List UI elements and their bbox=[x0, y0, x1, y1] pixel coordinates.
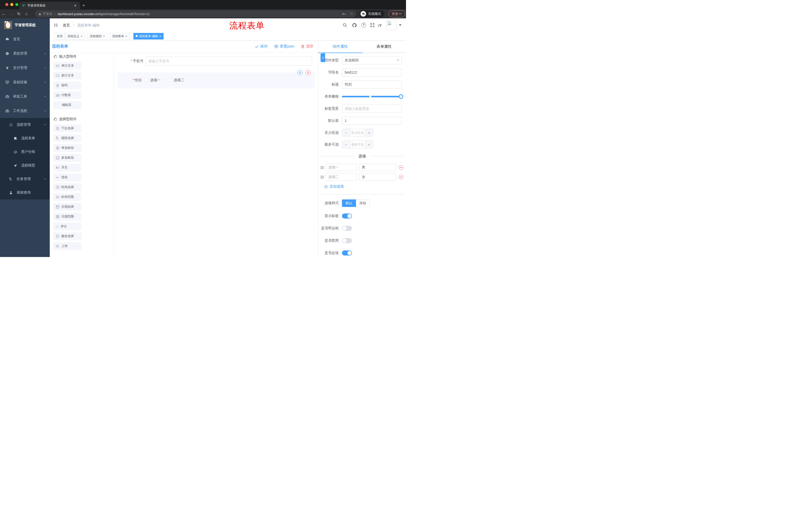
sidebar-item-process-form[interactable]: 流程表单 bbox=[0, 132, 50, 145]
back-icon[interactable]: ← bbox=[0, 11, 7, 16]
gender-option-1[interactable]: 选项一 bbox=[144, 78, 161, 82]
sidebar-item-infrastructure[interactable]: 基础设施 bbox=[0, 75, 50, 89]
sidebar-toggle-icon[interactable] bbox=[54, 23, 58, 27]
component-item[interactable]: 单选框组 bbox=[53, 144, 81, 152]
close-icon[interactable]: ✕ bbox=[103, 35, 105, 38]
gender-option-2[interactable]: 选项二 bbox=[168, 78, 184, 82]
sidebar-item-workflow[interactable]: 工作流程 bbox=[0, 104, 50, 118]
tab-component-props[interactable]: 组件属性 bbox=[318, 40, 362, 53]
password-key-icon[interactable] bbox=[342, 12, 346, 16]
remove-option-button[interactable] bbox=[399, 175, 403, 179]
clear-button[interactable]: 清空 bbox=[301, 44, 314, 49]
new-tab-button[interactable]: + bbox=[82, 2, 85, 9]
component-item[interactable]: 开关 bbox=[53, 164, 81, 171]
update-button[interactable]: 更新 ⋮ bbox=[388, 10, 405, 17]
drag-handle-icon[interactable] bbox=[320, 175, 324, 179]
border-toggle[interactable] bbox=[342, 226, 352, 231]
link-tag-button[interactable] bbox=[321, 53, 325, 62]
tag-process-model[interactable]: 流程模型✕ bbox=[87, 33, 107, 39]
delete-field-button[interactable] bbox=[306, 70, 311, 75]
reload-icon[interactable]: ↻ bbox=[15, 11, 23, 17]
avatar-dropdown-caret[interactable] bbox=[399, 24, 402, 26]
sidebar-logo[interactable]: 芋道管理系统 bbox=[0, 18, 50, 32]
breadcrumb-home[interactable]: 首页 bbox=[63, 23, 70, 27]
tag-process-definition[interactable]: 流程定义✕ bbox=[65, 33, 85, 39]
zoom-window-button[interactable] bbox=[15, 3, 18, 6]
home-icon[interactable]: ⌂ bbox=[23, 11, 30, 16]
sidebar-item-payment[interactable]: ¥ 支付管理 bbox=[0, 61, 50, 75]
sidebar-item-process-model[interactable]: 流程模型 bbox=[0, 159, 50, 172]
option-value-input[interactable] bbox=[359, 164, 396, 171]
sidebar-item-task-management[interactable]: 任务管理 bbox=[0, 172, 50, 186]
add-option-button[interactable]: 添加选项 bbox=[324, 184, 406, 189]
close-window-button[interactable] bbox=[5, 3, 8, 6]
close-icon[interactable]: ✕ bbox=[159, 35, 161, 38]
phone-field-input[interactable] bbox=[145, 57, 312, 65]
component-item[interactable]: ☆ 评分 bbox=[53, 222, 81, 231]
style-button-button[interactable]: 按钮 bbox=[356, 199, 370, 207]
max-select-input[interactable] bbox=[350, 141, 365, 148]
tag-home[interactable]: 首页 bbox=[55, 33, 65, 39]
increase-button[interactable]: + bbox=[365, 129, 373, 136]
browser-tab[interactable]: 芋道管理系统 ✕ bbox=[19, 2, 80, 9]
component-item[interactable]: 多行文本 bbox=[53, 72, 81, 79]
close-icon[interactable]: ✕ bbox=[125, 35, 127, 38]
checkbox-icon[interactable] bbox=[144, 78, 148, 82]
option-label-input[interactable] bbox=[326, 164, 357, 171]
component-item[interactable]: 时间范围 bbox=[53, 193, 81, 201]
default-value-input[interactable] bbox=[342, 117, 402, 125]
option-label-input[interactable] bbox=[326, 173, 357, 181]
component-item[interactable]: 滑块 bbox=[53, 173, 81, 181]
phone-field-row[interactable]: 手机号 bbox=[129, 57, 312, 65]
fullscreen-icon[interactable] bbox=[370, 23, 375, 27]
sidebar-item-leave-query[interactable]: 请假查询 bbox=[0, 186, 50, 199]
component-item[interactable]: 单行文本 bbox=[53, 62, 81, 70]
font-size-icon[interactable]: TT bbox=[378, 23, 382, 28]
bookmark-star-icon[interactable]: ☆ bbox=[350, 11, 353, 16]
checkbox-icon[interactable] bbox=[168, 78, 172, 82]
component-item[interactable]: 颜色选择 bbox=[53, 232, 81, 240]
form-canvas[interactable]: 手机号 性别 选项一 选项二 bbox=[114, 53, 318, 257]
avatar[interactable] bbox=[386, 20, 397, 30]
increase-button[interactable]: + bbox=[365, 141, 373, 148]
tab-close-icon[interactable]: ✕ bbox=[73, 4, 78, 7]
field-name-input[interactable] bbox=[342, 69, 402, 77]
disabled-toggle[interactable] bbox=[342, 238, 352, 243]
component-item[interactable]: 时间选择 bbox=[53, 183, 81, 191]
save-button[interactable]: 保存 bbox=[255, 44, 267, 49]
sidebar-item-user-group[interactable]: 用户分组 bbox=[0, 145, 50, 159]
component-item[interactable]: 日期选择 bbox=[53, 203, 81, 211]
component-item[interactable]: 123 计数器 bbox=[53, 91, 81, 99]
tag-process-form-edit[interactable]: 流程表单-编辑✕ bbox=[134, 33, 164, 39]
copy-field-button[interactable] bbox=[297, 70, 303, 75]
title-input[interactable] bbox=[342, 80, 402, 88]
toolbar-caret-icon[interactable] bbox=[399, 13, 401, 15]
component-item[interactable]: 密码 bbox=[53, 81, 81, 89]
tag-process-form[interactable]: 流程表单✕ bbox=[110, 33, 129, 39]
label-width-input[interactable] bbox=[342, 105, 402, 113]
github-icon[interactable] bbox=[352, 23, 357, 28]
gender-field-row[interactable]: 性别 选项一 选项二 bbox=[133, 78, 192, 82]
sidebar-item-home[interactable]: 首页 bbox=[0, 32, 50, 46]
url-text[interactable]: dashboard.yudao.iocoder.cn/bpm/manager/f… bbox=[58, 12, 342, 16]
component-item[interactable]: 下拉选择 bbox=[53, 125, 81, 132]
address-bar[interactable]: 不安全 dashboard.yudao.iocoder.cn/bpm/manag… bbox=[35, 10, 356, 17]
style-default-button[interactable]: 默认 bbox=[342, 199, 356, 207]
required-toggle[interactable] bbox=[342, 250, 352, 255]
component-type-select[interactable] bbox=[342, 56, 402, 64]
decrease-button[interactable]: − bbox=[342, 129, 350, 136]
view-json-button[interactable]: 查看json bbox=[274, 44, 294, 49]
component-item[interactable]: 日期范围 bbox=[53, 213, 81, 220]
close-icon[interactable]: ✕ bbox=[80, 35, 83, 38]
decrease-button[interactable]: − bbox=[342, 141, 350, 148]
selected-field-card[interactable]: 性别 选项一 选项二 bbox=[118, 73, 315, 88]
help-icon[interactable]: ? bbox=[361, 23, 366, 27]
component-item[interactable]: 上传 bbox=[53, 242, 81, 250]
search-icon[interactable] bbox=[343, 23, 347, 27]
sidebar-item-devtools[interactable]: 研发工具 bbox=[0, 89, 50, 104]
forward-icon[interactable]: → bbox=[7, 11, 15, 16]
slider-handle[interactable] bbox=[399, 94, 403, 99]
component-item[interactable]: 级联选择 bbox=[53, 134, 81, 142]
tab-form-props[interactable]: 表单属性 bbox=[362, 40, 406, 53]
sidebar-item-system[interactable]: 系统管理 bbox=[0, 46, 50, 61]
